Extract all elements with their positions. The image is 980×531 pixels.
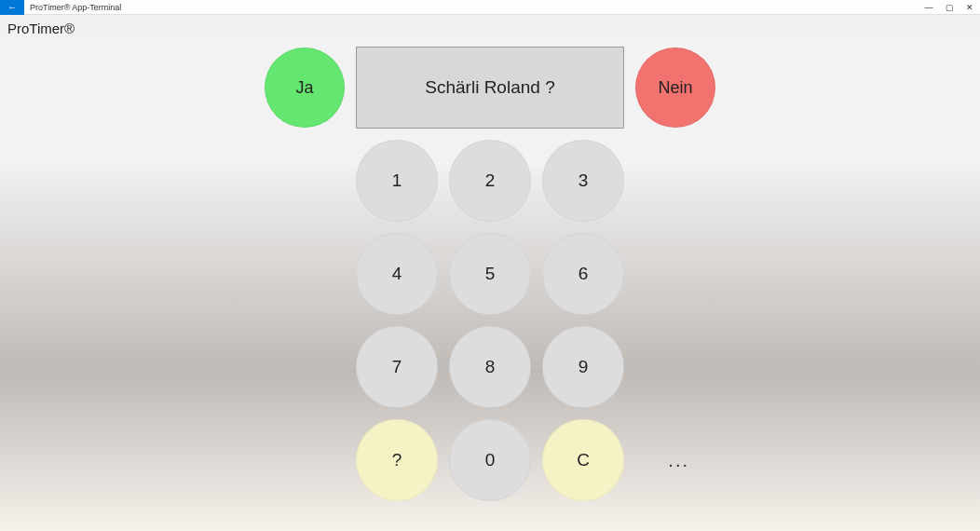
key-label: 3: [578, 170, 589, 191]
key-label: 8: [485, 357, 496, 377]
key-5[interactable]: 5: [449, 233, 531, 315]
key-label: 9: [578, 357, 589, 377]
key-label: 7: [392, 357, 402, 377]
window-controls: — ▢ ✕: [919, 0, 980, 15]
more-button[interactable]: ...: [668, 450, 689, 471]
minimize-button[interactable]: —: [919, 3, 939, 12]
window-title: ProTimer® App-Terminal: [30, 3, 121, 12]
keypad: 1 2 3 4 5 6 7 8 9 ? 0 C ...: [0, 140, 980, 501]
back-button[interactable]: ←: [0, 0, 24, 15]
key-clear[interactable]: C: [542, 419, 624, 501]
key-label: 5: [485, 264, 496, 284]
keypad-row-4: ? 0 C ...: [356, 419, 624, 501]
key-4[interactable]: 4: [356, 233, 438, 315]
no-button[interactable]: Nein: [635, 48, 715, 128]
yes-button[interactable]: Ja: [265, 48, 345, 128]
no-label: Nein: [658, 78, 692, 98]
keypad-row-1: 1 2 3: [356, 140, 624, 222]
key-0[interactable]: 0: [449, 419, 531, 501]
key-8[interactable]: 8: [449, 326, 531, 408]
confirm-row: Ja Schärli Roland ? Nein: [0, 47, 980, 129]
keypad-row-2: 4 5 6: [356, 233, 624, 315]
key-label: 1: [392, 170, 402, 191]
maximize-button[interactable]: ▢: [939, 3, 960, 12]
keypad-row-3: 7 8 9: [356, 326, 624, 408]
key-2[interactable]: 2: [449, 140, 531, 222]
close-button[interactable]: ✕: [960, 3, 980, 12]
key-label: ?: [392, 450, 402, 470]
more-icon: ...: [668, 450, 689, 470]
key-label: 0: [485, 450, 496, 470]
app-title: ProTimer®: [7, 20, 75, 36]
display-box: Schärli Roland ?: [356, 47, 624, 129]
key-label: C: [577, 450, 590, 470]
key-question[interactable]: ?: [356, 419, 438, 501]
display-text: Schärli Roland ?: [425, 77, 554, 98]
key-label: 2: [485, 170, 496, 191]
back-arrow-icon: ←: [7, 2, 17, 12]
key-label: 6: [578, 264, 589, 284]
key-1[interactable]: 1: [356, 140, 438, 222]
key-6[interactable]: 6: [542, 233, 624, 315]
app-header: ProTimer®: [0, 15, 980, 41]
yes-label: Ja: [295, 78, 313, 98]
titlebar: ← ProTimer® App-Terminal — ▢ ✕: [0, 0, 980, 15]
key-9[interactable]: 9: [542, 326, 624, 408]
key-label: 4: [392, 264, 402, 284]
key-7[interactable]: 7: [356, 326, 438, 408]
key-3[interactable]: 3: [542, 140, 624, 222]
